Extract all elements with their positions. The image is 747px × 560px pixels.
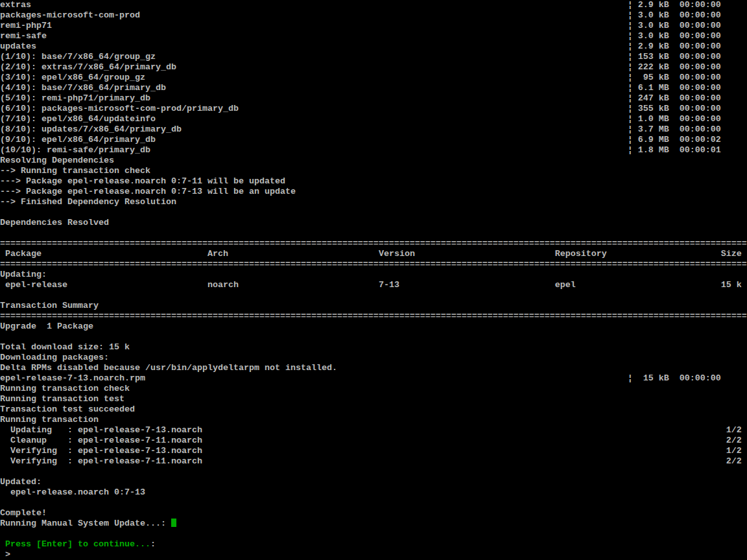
complete-line: Complete! bbox=[0, 508, 747, 519]
rpm-download-line-text: ¦ 15 kB 00:00:00 bbox=[628, 373, 721, 383]
download-progress-line-9-text: (9/10): epel/x86_64/primary_db bbox=[0, 135, 156, 145]
dependencies-resolved-line-text: Dependencies Resolved bbox=[0, 218, 109, 228]
table-row-epel-release-text: epel bbox=[555, 280, 576, 290]
download-progress-line-8-text: ¦ 3.7 MB 00:00:00 bbox=[628, 124, 721, 134]
package-will-be-updated-line-text: ---> Package epel-release.noarch 0:7-11 … bbox=[0, 176, 285, 186]
transaction-step-verifying-1: Verifying : epel-release-7-13.noarch 1/2 bbox=[0, 446, 747, 456]
running-transaction-test-line-text: Running transaction test bbox=[0, 394, 124, 404]
download-progress-line-3-text: ¦ 95 kB 00:00:00 bbox=[628, 73, 721, 82]
repo-line-remi-safe-text: remi-safe bbox=[0, 31, 47, 41]
download-progress-line-2: (2/10): extras/7/x86_64/primary_db ¦ 222… bbox=[0, 62, 747, 73]
transaction-step-updating-text: 1/2 bbox=[726, 425, 742, 435]
download-progress-line-6-text: (6/10): packages-microsoft-com-prod/prim… bbox=[0, 104, 239, 113]
download-progress-line-6: (6/10): packages-microsoft-com-prod/prim… bbox=[0, 104, 747, 114]
package-will-be-an-update-line: ---> Package epel-release.noarch 0:7-13 … bbox=[0, 187, 747, 197]
prompt-line: > bbox=[0, 550, 747, 560]
table-header-text: Repository bbox=[555, 249, 607, 259]
resolving-dependencies-line-text: Resolving Dependencies bbox=[0, 156, 114, 165]
repo-line-remi-safe-text: ¦ 3.0 kB 00:00:00 bbox=[628, 31, 721, 41]
transaction-check-line: --> Running transaction check bbox=[0, 166, 747, 176]
transaction-step-cleanup-text: Cleanup : epel-release-7-11.noarch bbox=[0, 436, 202, 445]
table-section-updating-text: Updating: bbox=[0, 270, 47, 279]
repo-line-packages-microsoft-com-prod-text: packages-microsoft-com-prod bbox=[0, 10, 140, 20]
table-separator: ========================================… bbox=[0, 259, 747, 270]
transaction-step-cleanup: Cleanup : epel-release-7-11.noarch 2/2 bbox=[0, 436, 747, 446]
repo-line-updates-text: ¦ 2.9 kB 00:00:00 bbox=[628, 41, 721, 51]
package-will-be-updated-line: ---> Package epel-release.noarch 0:7-11 … bbox=[0, 176, 747, 187]
table-header-text: Version bbox=[379, 249, 415, 259]
repo-line-packages-microsoft-com-prod-text: ¦ 3.0 kB 00:00:00 bbox=[628, 10, 721, 20]
download-progress-line-7: (7/10): epel/x86_64/updateinfo ¦ 1.0 MB … bbox=[0, 114, 747, 124]
terminal-screen[interactable]: extras ¦ 2.9 kB 00:00:00packages-microso… bbox=[0, 0, 747, 560]
table-header-text: Arch bbox=[208, 249, 228, 259]
delta-rpm-notice-line-text: Delta RPMs disabled because /usr/bin/app… bbox=[0, 363, 337, 373]
finished-dependency-resolution-line-text: --> Finished Dependency Resolution bbox=[0, 197, 176, 207]
updated-heading-line: Updated: bbox=[0, 477, 747, 487]
download-progress-line-5-text: ¦ 247 kB 00:00:00 bbox=[628, 93, 721, 103]
complete-line-text: Complete! bbox=[0, 508, 47, 518]
repo-line-remi-safe: remi-safe ¦ 3.0 kB 00:00:00 bbox=[0, 31, 747, 41]
table-separator: ========================================… bbox=[0, 311, 747, 321]
repo-line-extras-text: extras bbox=[0, 0, 31, 10]
download-progress-line-4-text: (4/10): base/7/x86_64/primary_db bbox=[0, 83, 166, 93]
download-progress-line-5-text: (5/10): remi-php71/primary_db bbox=[0, 93, 150, 103]
table-separator-text: ========================================… bbox=[0, 259, 747, 269]
repo-line-updates: updates ¦ 2.9 kB 00:00:00 bbox=[0, 41, 747, 52]
download-progress-line-6-text: ¦ 355 kB 00:00:00 bbox=[628, 104, 721, 113]
transaction-test-succeeded-line: Transaction test succeeded bbox=[0, 404, 747, 415]
table-section-updating: Updating: bbox=[0, 270, 747, 280]
total-download-size-line: Total download size: 15 k bbox=[0, 342, 747, 353]
download-progress-line-10-text: ¦ 1.8 MB 00:00:01 bbox=[628, 145, 721, 155]
running-transaction-check-line: Running transaction check bbox=[0, 384, 747, 394]
download-progress-line-4-text: ¦ 6.1 MB 00:00:00 bbox=[628, 83, 721, 93]
download-progress-line-1-text: (1/10): base/7/x86_64/group_gz bbox=[0, 52, 156, 62]
repo-line-remi-php71-text: remi-php71 bbox=[0, 21, 52, 30]
repo-line-remi-php71-text: ¦ 3.0 kB 00:00:00 bbox=[628, 21, 721, 30]
table-separator: ========================================… bbox=[0, 239, 747, 249]
table-header-text: Package bbox=[0, 249, 42, 259]
rpm-download-line-text: epel-release-7-13.noarch.rpm bbox=[0, 373, 145, 383]
running-transaction-line-text: Running transaction bbox=[0, 415, 99, 425]
manual-system-update-line: Running Manual System Update...: bbox=[0, 519, 747, 529]
table-separator-text: ========================================… bbox=[0, 239, 747, 248]
download-progress-line-2-text: ¦ 222 kB 00:00:00 bbox=[628, 62, 721, 72]
delta-rpm-notice-line: Delta RPMs disabled because /usr/bin/app… bbox=[0, 363, 747, 373]
repo-line-packages-microsoft-com-prod: packages-microsoft-com-prod ¦ 3.0 kB 00:… bbox=[0, 10, 747, 21]
table-row-epel-release-text: 7-13 bbox=[379, 280, 399, 290]
progress-cursor-block bbox=[171, 519, 176, 527]
download-progress-line-7-text: ¦ 1.0 MB 00:00:00 bbox=[628, 114, 721, 124]
repo-line-remi-php71: remi-php71 ¦ 3.0 kB 00:00:00 bbox=[0, 21, 747, 31]
table-row-epel-release: epel-release noarch 7-13 epel 15 k bbox=[0, 280, 747, 290]
updated-package-line-text: epel-release.noarch 0:7-13 bbox=[0, 487, 145, 497]
transaction-summary-title-text: Transaction Summary bbox=[0, 301, 99, 310]
repo-line-extras-text: ¦ 2.9 kB 00:00:00 bbox=[628, 0, 721, 10]
repo-line-extras: extras ¦ 2.9 kB 00:00:00 bbox=[0, 0, 747, 10]
download-progress-line-10-text: (10/10): remi-safe/primary_db bbox=[0, 145, 150, 155]
download-progress-line-3: (3/10): epel/x86_64/group_gz ¦ 95 kB 00:… bbox=[0, 73, 747, 83]
blank-line bbox=[0, 228, 747, 239]
transaction-step-verifying-2: Verifying : epel-release-7-11.noarch 2/2 bbox=[0, 456, 747, 467]
download-progress-line-4: (4/10): base/7/x86_64/primary_db ¦ 6.1 M… bbox=[0, 83, 747, 93]
blank-line bbox=[0, 529, 747, 539]
transaction-summary-title: Transaction Summary bbox=[0, 301, 747, 311]
upgrade-summary-line-text: Upgrade 1 Package bbox=[0, 321, 93, 331]
table-header: Package Arch Version Repository Size bbox=[0, 249, 747, 259]
running-transaction-test-line: Running transaction test bbox=[0, 394, 747, 404]
table-row-epel-release-text: epel-release bbox=[0, 280, 67, 290]
download-progress-line-8: (8/10): updates/7/x86_64/primary_db ¦ 3.… bbox=[0, 124, 747, 135]
transaction-check-line-text: --> Running transaction check bbox=[0, 166, 150, 176]
transaction-step-verifying-1-text: Verifying : epel-release-7-13.noarch bbox=[0, 446, 202, 456]
blank-line bbox=[0, 207, 747, 218]
blank-line bbox=[0, 290, 747, 301]
downloading-packages-line: Downloading packages: bbox=[0, 353, 747, 363]
transaction-step-verifying-1-text: 1/2 bbox=[726, 446, 742, 456]
updated-package-line: epel-release.noarch 0:7-13 bbox=[0, 487, 747, 498]
download-progress-line-7-text: (7/10): epel/x86_64/updateinfo bbox=[0, 114, 156, 124]
download-progress-line-10: (10/10): remi-safe/primary_db ¦ 1.8 MB 0… bbox=[0, 145, 747, 156]
download-progress-line-1-text: ¦ 153 kB 00:00:00 bbox=[628, 52, 721, 62]
rpm-download-line: epel-release-7-13.noarch.rpm ¦ 15 kB 00:… bbox=[0, 373, 747, 384]
dependencies-resolved-line: Dependencies Resolved bbox=[0, 218, 747, 228]
table-row-epel-release-text: noarch bbox=[208, 280, 239, 290]
prompt-line-text: > bbox=[0, 550, 10, 559]
download-progress-line-5: (5/10): remi-php71/primary_db ¦ 247 kB 0… bbox=[0, 93, 747, 104]
